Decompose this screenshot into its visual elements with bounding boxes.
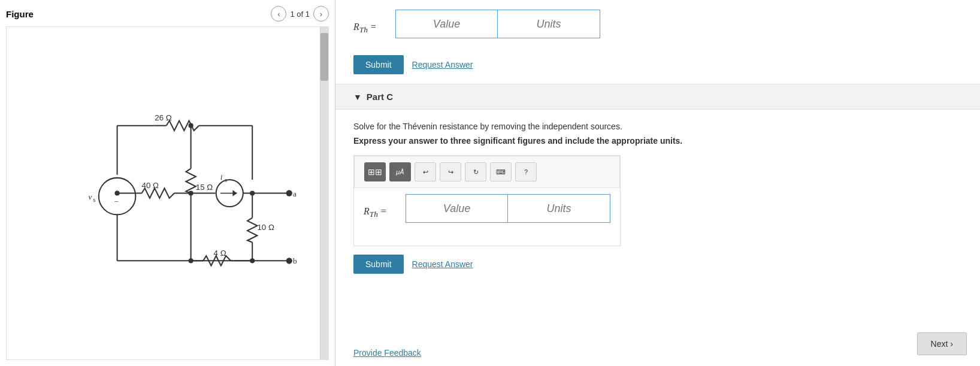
part-c-units-input[interactable] (508, 195, 610, 222)
provide-feedback-button[interactable]: Provide Feedback (353, 348, 421, 358)
svg-point-21 (189, 123, 193, 128)
grid-tool-button[interactable]: ⊞⊞ (364, 162, 386, 182)
keyboard-button[interactable]: ⌨ (490, 162, 512, 182)
part-c-btn-row: Submit Request Answer (353, 255, 962, 274)
svg-text:15 Ω: 15 Ω (196, 183, 213, 192)
svg-point-5 (99, 178, 136, 215)
figure-header: Figure ‹ 1 of 1 › (6, 6, 329, 22)
part-c-header: ▼ Part C (353, 92, 962, 102)
scrollbar-thumb (320, 33, 328, 81)
keyboard-icon: ⌨ (496, 168, 506, 176)
part-c-request-answer-button[interactable]: Request Answer (412, 259, 473, 269)
svg-text:s: s (225, 177, 227, 183)
part-c-value-input[interactable] (406, 195, 508, 222)
part-b-btn-row: Submit Request Answer (353, 55, 962, 74)
svg-text:i: i (220, 173, 223, 182)
part-b-answer-section: RTh = Submit Request Answer (335, 0, 980, 84)
svg-text:a: a (293, 189, 297, 198)
next-button[interactable]: Next › (917, 332, 967, 355)
undo-button[interactable]: ↩ (415, 162, 436, 182)
part-c-submit-button[interactable]: Submit (353, 255, 404, 274)
part-c-answer-row: RTh = (354, 187, 620, 237)
prev-page-button[interactable]: ‹ (271, 6, 286, 22)
svg-point-41 (189, 258, 193, 263)
bottom-bar: Provide Feedback (335, 340, 980, 366)
part-c-label: Part C (367, 92, 393, 102)
svg-text:v: v (88, 192, 92, 201)
left-panel: Figure ‹ 1 of 1 › 26 Ω + − v s (0, 0, 335, 366)
refresh-button[interactable]: ↻ (465, 162, 486, 182)
part-c-input-box: ⊞⊞ μÅ ↩ ↪ ↻ ⌨ (353, 155, 621, 246)
part-b-submit-button[interactable]: Submit (353, 55, 404, 74)
undo-icon: ↩ (423, 168, 428, 176)
help-icon: ? (524, 168, 528, 176)
page-info: 1 of 1 (290, 10, 310, 19)
refresh-icon: ↻ (473, 168, 479, 176)
right-panel: RTh = Submit Request Answer ▼ Part C Sol… (335, 0, 980, 366)
part-c-equation-label: RTh = (364, 206, 400, 219)
circuit-diagram: 26 Ω + − v s 40 Ω (7, 27, 320, 359)
grid-icon: ⊞⊞ (368, 167, 382, 177)
next-page-button[interactable]: › (313, 6, 329, 22)
figure-title: Figure (6, 9, 34, 19)
svg-text:s: s (93, 196, 96, 203)
part-b-answer-box (395, 10, 600, 38)
svg-text:b: b (293, 256, 297, 265)
svg-text:−: − (114, 197, 119, 206)
svg-marker-25 (232, 190, 237, 196)
part-c-answer-box (406, 194, 610, 223)
next-arrow-icon: › (950, 339, 953, 349)
part-b-answer-row: RTh = (353, 10, 962, 47)
redo-icon: ↪ (448, 168, 453, 176)
part-b-units-input[interactable] (498, 10, 600, 38)
part-c-instruction-bold: Express your answer to three significant… (353, 136, 962, 146)
vertical-scrollbar[interactable] (320, 27, 328, 359)
pagination-controls: ‹ 1 of 1 › (271, 6, 329, 22)
unit-tool-button[interactable]: μÅ (389, 162, 411, 182)
part-b-value-input[interactable] (396, 10, 498, 38)
part-c-content: Solve for the Thévenin resistance by rem… (335, 110, 980, 286)
part-c-toolbar: ⊞⊞ μÅ ↩ ↪ ↻ ⌨ (354, 156, 620, 187)
redo-button[interactable]: ↪ (440, 162, 461, 182)
part-b-request-answer-button[interactable]: Request Answer (412, 60, 473, 69)
svg-text:10 Ω: 10 Ω (257, 223, 274, 232)
part-c-instruction: Solve for the Thévenin resistance by rem… (353, 122, 962, 131)
svg-point-17 (114, 190, 119, 195)
unit-icon: μÅ (396, 168, 404, 176)
next-label: Next (931, 339, 948, 349)
part-b-equation-label: RTh = (353, 22, 389, 35)
collapse-icon[interactable]: ▼ (353, 92, 362, 102)
help-button[interactable]: ? (515, 162, 537, 182)
part-c-section-header: ▼ Part C (335, 84, 980, 110)
circuit-container: 26 Ω + − v s 40 Ω (6, 26, 329, 360)
